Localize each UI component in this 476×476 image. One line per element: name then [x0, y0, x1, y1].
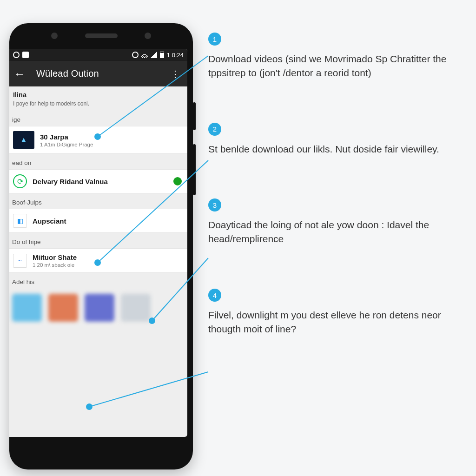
phone-frame: 1 0:24 ← Wülead Oution ⋮ Ilina I poye fo… [9, 23, 193, 469]
status-bar: 1 0:24 [9, 49, 187, 61]
list-item-title: Miituor Shate [33, 253, 182, 261]
back-button[interactable]: ← [11, 67, 28, 80]
list-item-title: Aupsciant [33, 217, 182, 225]
signal-icon [151, 52, 157, 58]
section-heading: Ilina [9, 86, 187, 100]
list-item[interactable]: ◧ Aupsciant [9, 209, 187, 233]
status-icon [132, 52, 139, 58]
section-subtext: I poye for help to modeirs conl. [9, 100, 187, 112]
app-icon: ◧ [13, 214, 27, 228]
status-icon [22, 52, 29, 58]
list-item-meta: 1 20 m\ sback oie [33, 262, 182, 268]
status-time: 1 0:24 [167, 52, 184, 59]
subheader: ead on [9, 155, 187, 169]
step-list: 1 Download videos (sind we Movrimado Sp … [208, 33, 476, 379]
list-item[interactable]: ▲ 30 Jarpa 1 A1m DiGigme Prage [9, 126, 187, 154]
status-dot-icon [173, 177, 182, 185]
step-2: 2 St benlde download our likls. Nut dosi… [208, 123, 476, 156]
subheader: Do of hipe [9, 234, 187, 248]
step-text: St benlde download our likls. Nut doside… [208, 142, 476, 156]
thumbnail[interactable] [48, 294, 78, 322]
thumbnail[interactable] [85, 294, 114, 322]
step-badge: 4 [208, 289, 221, 302]
step-badge: 2 [208, 123, 221, 136]
app-icon: ~ [13, 254, 27, 268]
step-1: 1 Download videos (sind we Movrimado Sp … [208, 33, 476, 80]
phone-side-button [193, 102, 196, 130]
subheader: Boof-Julps [9, 194, 187, 209]
step-3: 3 Doayticad the loing of not ale yow doo… [208, 198, 476, 246]
wifi-icon [141, 52, 148, 58]
overflow-menu-button[interactable]: ⋮ [167, 68, 184, 79]
list-item-title: Delvary Ridand Valnua [33, 178, 168, 185]
subheader: ige [9, 112, 187, 126]
phone-sensor [51, 33, 58, 39]
thumbnail[interactable] [12, 294, 42, 322]
app-bar: ← Wülead Oution ⋮ [9, 61, 187, 86]
step-text: Doayticad the loing of not ale yow doon … [208, 218, 476, 246]
step-badge: 1 [208, 33, 221, 46]
list-item[interactable]: ~ Miituor Shate 1 20 m\ sback oie [9, 248, 187, 273]
phone-screen: 1 0:24 ← Wülead Oution ⋮ Ilina I poye fo… [9, 49, 187, 437]
progress-ring-icon: ⟳ [13, 174, 27, 188]
status-icon [13, 52, 20, 58]
video-thumbnail-icon: ▲ [13, 131, 34, 149]
list-item[interactable]: ⟳ Delvary Ridand Valnua [9, 169, 187, 193]
subheader: Adel his [9, 274, 187, 288]
list-item-meta: 1 A1m DiGigme Prage [40, 142, 182, 147]
app-title: Wülead Oution [36, 68, 159, 79]
battery-icon [160, 52, 164, 58]
thumbnail[interactable] [121, 294, 151, 322]
phone-camera [145, 33, 151, 39]
thumbnail-row [9, 288, 187, 336]
list-item-title: 30 Jarpa [40, 133, 182, 141]
phone-side-button [193, 144, 196, 195]
step-4: 4 Filvel, downlight m you dest elleve he… [208, 289, 476, 336]
step-text: Download videos (sind we Movrimado Sp Ch… [208, 52, 476, 80]
step-text: Filvel, downlight m you dest elleve he r… [208, 308, 476, 336]
step-badge: 3 [208, 198, 221, 212]
content-area: Ilina I poye for help to modeirs conl. i… [9, 86, 187, 336]
